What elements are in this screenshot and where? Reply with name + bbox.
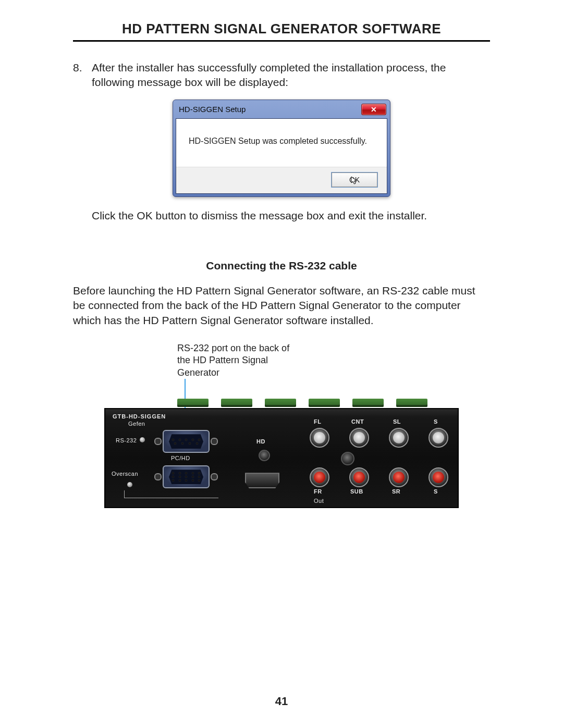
- rca-fr: [310, 467, 329, 487]
- green-terminal: [265, 399, 296, 407]
- green-terminal: [309, 399, 340, 407]
- rs232-label: RS-232: [116, 437, 137, 443]
- rca-s-top: [429, 428, 448, 448]
- rs232-paragraph: Before launching the HD Pattern Signal G…: [73, 283, 490, 328]
- page-number: 41: [0, 695, 563, 708]
- green-terminal: [221, 399, 252, 407]
- mini-jack: [259, 450, 270, 461]
- s-bot-label: S: [434, 488, 438, 495]
- rca-cnt: [349, 428, 369, 448]
- sr-label: SR: [392, 488, 400, 495]
- rca-fl: [310, 428, 329, 448]
- green-terminal: [396, 399, 427, 407]
- screw: [341, 452, 354, 465]
- model-label: GTB-HD-SIGGEN: [113, 413, 166, 419]
- page-title: HD PATTERN SIGNAL GENERATOR SOFTWARE: [73, 21, 490, 42]
- overscan-led: [127, 482, 132, 487]
- cnt-label: CNT: [351, 418, 364, 425]
- dialog-message: HD-SIGGEN Setup was completed successful…: [176, 119, 387, 167]
- fr-label: FR: [314, 488, 322, 495]
- out-label: Out: [314, 498, 324, 504]
- rca-sub: [349, 467, 369, 487]
- hardware-photo: GTB-HD-SIGGEN Gefen RS-232 PC/HD Oversca…: [104, 385, 459, 508]
- rca-s-bot: [429, 467, 448, 487]
- s-top-label: S: [434, 418, 438, 425]
- rca-sl: [389, 428, 409, 448]
- vga-port: [163, 465, 210, 488]
- step-text: After the installer has successfully com…: [92, 60, 490, 90]
- sub-label: SUB: [350, 488, 363, 495]
- rs232-callout: RS-232 port on the back of the HD Patter…: [177, 342, 302, 379]
- after-dialog-text: Click the OK button to dismiss the messa…: [92, 208, 490, 223]
- sl-label: SL: [393, 418, 401, 425]
- green-terminal: [177, 399, 209, 407]
- rs232-port: [163, 430, 210, 453]
- rs232-led: [140, 437, 145, 442]
- close-icon: ✕: [371, 105, 377, 114]
- brand-label: Gefen: [128, 421, 145, 427]
- ok-button[interactable]: OK: [332, 172, 377, 187]
- ok-button-label: OK: [349, 176, 360, 184]
- step-8: 8. After the installer has successfully …: [73, 60, 490, 90]
- out-bracket-left: [124, 490, 218, 498]
- close-button[interactable]: ✕: [361, 104, 386, 115]
- overscan-label: Overscan: [112, 471, 138, 477]
- setup-complete-dialog: HD-SIGGEN Setup ✕ HD-SIGGEN Setup was co…: [173, 100, 390, 197]
- step-number: 8.: [73, 60, 92, 90]
- fl-label: FL: [314, 418, 321, 425]
- section-heading: Connecting the RS-232 cable: [73, 260, 490, 272]
- pchd-label: PC/HD: [171, 455, 190, 461]
- rca-sr: [389, 467, 409, 487]
- hd-label: HD: [256, 438, 265, 445]
- dialog-title: HD-SIGGEN Setup: [179, 105, 246, 114]
- hdmi-port: [245, 473, 279, 488]
- green-terminal: [352, 399, 384, 407]
